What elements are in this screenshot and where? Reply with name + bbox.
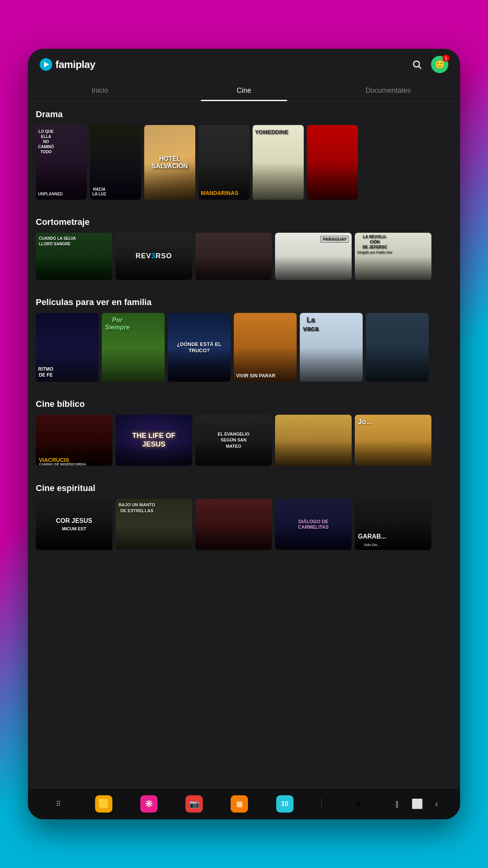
content-scroll[interactable]: Drama LO QUEELLANOCAMBIÓTODO UNPLANNED H… bbox=[28, 101, 460, 788]
biblico-movie-row[interactable]: VIACRUCIS CAMINO DE MISERICORDIA THE LIF… bbox=[28, 415, 460, 466]
section-drama-title: Drama bbox=[28, 101, 460, 125]
section-familia: Películas para ver en familia RITMODE FE… bbox=[28, 289, 460, 382]
calendar-app[interactable]: 10 bbox=[276, 795, 294, 813]
movie-card[interactable]: EL EVANGELIOSEGÚN SANMATEO bbox=[195, 415, 272, 466]
movie-card[interactable]: LA REVOLU-CIÓNDE JEFERSCDirigido por Pab… bbox=[355, 233, 431, 280]
movie-card[interactable]: CUANDO LA SELVALLORÓ SANGRE bbox=[36, 233, 112, 280]
section-cortometraje-title: Cortometraje bbox=[28, 209, 460, 233]
movie-card[interactable]: Jo... bbox=[355, 415, 431, 466]
movie-card[interactable]: ¿DÓNDE ESTÁ ELTRUCO? bbox=[168, 313, 231, 382]
movie-card[interactable]: PorSiempre bbox=[102, 313, 165, 382]
svg-point-0 bbox=[413, 61, 419, 67]
header-right: 🙂 1 bbox=[410, 56, 448, 73]
search-button[interactable] bbox=[410, 57, 424, 72]
movie-card[interactable]: LO QUEELLANOCAMBIÓTODO UNPLANNED bbox=[36, 125, 87, 200]
section-biblico-title: Cine bíblico bbox=[28, 391, 460, 415]
app-title: famiplay bbox=[55, 59, 95, 71]
logo-area: famiplay bbox=[40, 58, 95, 71]
section-cortometraje: Cortometraje CUANDO LA SELVALLORÓ SANGRE… bbox=[28, 209, 460, 280]
flower-app[interactable]: ❋ bbox=[140, 795, 158, 813]
movie-card[interactable] bbox=[195, 499, 272, 550]
header: famiplay 🙂 1 bbox=[28, 49, 460, 80]
movie-card[interactable] bbox=[195, 233, 272, 280]
movie-card[interactable]: HOTELSALVACIÓN bbox=[144, 125, 195, 200]
window-app[interactable]: 🟨 bbox=[95, 795, 112, 813]
movie-card[interactable]: RITMODE FE bbox=[36, 313, 99, 382]
nav-tabs: Inicio Cine Documentales bbox=[28, 80, 460, 101]
bottom-bar: ⠿ 🟨 ❋ 📷 ▦ 10 ✦ ⫿ ⬜ ‹ bbox=[28, 788, 460, 819]
movie-card[interactable]: YOMEDDINE bbox=[253, 125, 304, 200]
frame-app[interactable]: ▦ bbox=[231, 795, 248, 813]
grid-icon[interactable]: ⠿ bbox=[50, 795, 67, 813]
movie-card[interactable]: DIÁLOGO DECARMELITAS bbox=[275, 499, 352, 550]
system-nav-buttons: ⫿ ⬜ ‹ bbox=[395, 798, 438, 809]
movie-card[interactable]: THE LIFE OFJESUS bbox=[116, 415, 192, 466]
section-espiritual: Cine espiritual COR JESUSMICUM EST BAJO … bbox=[28, 475, 460, 550]
movie-card[interactable] bbox=[307, 125, 358, 200]
movie-card[interactable]: PARAGUAY bbox=[275, 233, 352, 280]
device-frame: famiplay 🙂 1 Inicio Cine Documentales bbox=[28, 49, 460, 819]
movie-card[interactable]: HACIALA LUZ bbox=[90, 125, 141, 200]
movie-card[interactable]: VIACRUCIS CAMINO DE MISERICORDIA bbox=[36, 415, 112, 466]
svg-line-1 bbox=[419, 66, 421, 69]
movie-card[interactable]: BAJO UN MANTODE ESTRELLAS bbox=[116, 499, 192, 550]
movie-card[interactable]: Lavaca bbox=[300, 313, 363, 382]
movie-card[interactable]: MANDARINAS bbox=[198, 125, 250, 200]
home-button[interactable]: ⬜ bbox=[411, 798, 423, 809]
bottom-bar-divider bbox=[321, 798, 322, 810]
logo-play-icon bbox=[40, 58, 52, 71]
espiritual-movie-row[interactable]: COR JESUSMICUM EST BAJO UN MANTODE ESTRE… bbox=[28, 499, 460, 550]
camera-app[interactable]: 📷 bbox=[185, 795, 203, 813]
tab-inicio[interactable]: Inicio bbox=[28, 80, 172, 101]
movie-card[interactable]: COR JESUSMICUM EST bbox=[36, 499, 112, 550]
back-button[interactable]: ‹ bbox=[435, 798, 438, 809]
recents-button[interactable]: ⫿ bbox=[395, 798, 400, 809]
cortometraje-movie-row[interactable]: CUANDO LA SELVALLORÓ SANGRE REV3RSO bbox=[28, 233, 460, 280]
section-familia-title: Películas para ver en familia bbox=[28, 289, 460, 313]
search-icon bbox=[412, 59, 422, 70]
tab-cine[interactable]: Cine bbox=[172, 80, 316, 101]
app-area: famiplay 🙂 1 Inicio Cine Documentales bbox=[28, 49, 460, 819]
notification-badge: 1 bbox=[442, 55, 449, 62]
section-espiritual-title: Cine espiritual bbox=[28, 475, 460, 499]
section-drama: Drama LO QUEELLANOCAMBIÓTODO UNPLANNED H… bbox=[28, 101, 460, 200]
movie-card[interactable] bbox=[275, 415, 352, 466]
avatar-wrap: 🙂 1 bbox=[431, 56, 448, 73]
movie-card[interactable] bbox=[366, 313, 429, 382]
section-biblico: Cine bíblico VIACRUCIS CAMINO DE MISERIC… bbox=[28, 391, 460, 466]
familia-movie-row[interactable]: RITMODE FE PorSiempre ¿DÓNDE ESTÁ ELTRUC… bbox=[28, 313, 460, 382]
tab-documentales[interactable]: Documentales bbox=[316, 80, 460, 101]
movie-card[interactable]: GARAB...Solo Dio... bbox=[355, 499, 431, 550]
drama-movie-row[interactable]: LO QUEELLANOCAMBIÓTODO UNPLANNED HACIALA… bbox=[28, 125, 460, 200]
movie-card[interactable]: VIVIR SIN PARAR bbox=[234, 313, 297, 382]
movie-card[interactable]: REV3RSO bbox=[116, 233, 192, 280]
google-photos-app[interactable]: ✦ bbox=[350, 795, 367, 813]
